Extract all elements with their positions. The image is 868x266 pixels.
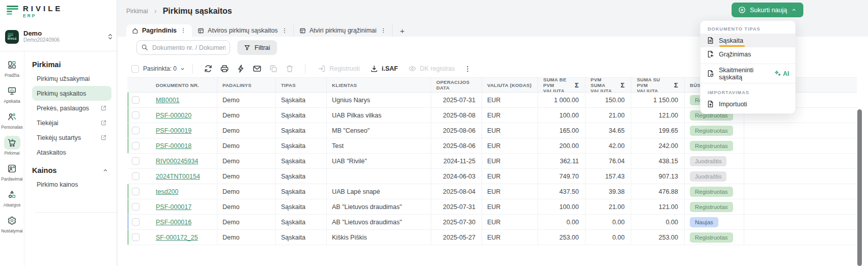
cell-client: AB "Lietuvos draudimas" xyxy=(326,215,431,229)
rail-item-nustatymai[interactable]: Nustatymai xyxy=(1,214,23,233)
column-header-padalinys[interactable]: PADALINYS xyxy=(217,78,275,92)
row-checkbox[interactable] xyxy=(132,188,139,195)
document-link[interactable]: tesd200 xyxy=(156,188,178,195)
column-header-suma-su-pvm-valiuta[interactable]: SUMA SU PVM VALIUTAΣ xyxy=(631,78,684,92)
document-link[interactable]: 2024TNT00154 xyxy=(156,173,200,180)
table-row[interactable]: RIV000245934DemoSąskaitaUAB "Rivilė"2024… xyxy=(127,154,857,169)
cell-gross: 476.88 xyxy=(631,184,684,199)
row-checkbox[interactable] xyxy=(132,203,139,211)
sidebar-item-ataskaitos[interactable]: Ataskaitos xyxy=(32,145,111,160)
column-header-pvm-suma-valiuta[interactable]: PVM SUMA VALIUTAΣ xyxy=(585,78,631,92)
row-checkbox[interactable] xyxy=(132,218,139,226)
dk-register-button[interactable]: DK registras xyxy=(408,65,455,73)
delete-button[interactable] xyxy=(285,64,294,73)
column-header-dokumento-nr[interactable]: DOKUMENTO NR. xyxy=(151,78,217,92)
register-button[interactable]: Registruoti xyxy=(318,65,360,73)
create-menu-item-grąžinimas[interactable]: Grąžinimas xyxy=(701,47,795,61)
table-row[interactable]: PSF-000017DemoSąskaitaAB "Lietuvos draud… xyxy=(127,199,857,215)
document-link[interactable]: PSF-000020 xyxy=(156,112,191,119)
sidebar-item-label: Tiekėjai xyxy=(37,120,59,127)
tab-menu-icon xyxy=(380,27,386,34)
header-checkbox-cell xyxy=(127,78,151,92)
row-checkbox[interactable] xyxy=(132,96,139,104)
refresh-button[interactable] xyxy=(204,64,213,73)
sum-icon[interactable]: Σ xyxy=(674,81,678,89)
rail-item-atsargos[interactable]: Atsargos xyxy=(4,188,21,208)
sum-icon[interactable]: Σ xyxy=(621,81,625,89)
chevron-up-icon xyxy=(791,7,797,13)
sidebar-item-pirkimo-kainos[interactable]: Pirkimo kainos xyxy=(32,177,111,192)
email-button[interactable] xyxy=(253,64,262,73)
create-menu-item-importuoti[interactable]: Importuoti xyxy=(701,97,795,111)
row-checkbox[interactable] xyxy=(132,172,139,180)
document-link[interactable]: PSF-000016 xyxy=(156,219,191,226)
chevron-up-icon xyxy=(102,167,108,173)
row-checkbox[interactable] xyxy=(132,111,139,119)
create-menu-item-skaitmeninti-sąskaitą[interactable]: Skaitmeninti sąskaitąAI xyxy=(701,67,795,80)
status-badge: Registruotas xyxy=(690,126,733,136)
select-all-checkbox[interactable] xyxy=(131,65,139,73)
table-row[interactable]: PSF-000016DemoSąskaitaAB "Lietuvos draud… xyxy=(127,215,857,230)
tab-atviri-pirkimų-grąžinimai[interactable]: Atviri pirkimų grąžinimai xyxy=(293,24,392,37)
copy-button[interactable] xyxy=(269,64,278,73)
print-button[interactable] xyxy=(220,64,229,73)
sidebar-item-tiekėjų-sutartys[interactable]: Tiekėjų sutartys xyxy=(32,130,111,145)
selected-count-dropdown[interactable]: Pasirinkta: 0 xyxy=(143,65,185,72)
row-checkbox-cell xyxy=(127,138,151,153)
document-link[interactable]: MB0001 xyxy=(156,97,180,104)
cell-client: AB "Lietuvos draudimas" xyxy=(326,199,431,214)
table-row[interactable]: SF-000172_25DemoSąskaitaKiškis Piškis202… xyxy=(127,230,857,245)
breadcrumb-parent[interactable]: Pirkimai xyxy=(126,8,148,15)
table-toolbar: Pasirinkta: 0 Registruoti i.SAF DK regis… xyxy=(131,62,475,76)
chevron-right-icon xyxy=(153,9,158,14)
workspace-avatar: RIVILE xyxy=(5,30,19,44)
row-checkbox[interactable] xyxy=(132,127,139,134)
rail-item-personalas[interactable]: Personalas xyxy=(1,110,23,130)
table-row[interactable]: PSF-000019DemoSąskaitaMB "Censeo"2025-08… xyxy=(127,123,857,138)
document-link[interactable]: PSF-000019 xyxy=(156,127,191,134)
add-tab-button[interactable]: + xyxy=(392,24,412,37)
row-status-accent xyxy=(127,184,129,199)
vertical-scrollbar[interactable] xyxy=(857,109,862,266)
table-row[interactable]: tesd200DemoSąskaitaUAB Lapė snapė2025-08… xyxy=(127,184,857,199)
create-menu-item-sąskaita[interactable]: Sąskaita xyxy=(701,34,795,47)
cell-vat: 76.04 xyxy=(585,154,631,168)
workspace-selector[interactable]: RIVILE Demo Demo20240906 xyxy=(5,28,113,45)
more-actions-button[interactable] xyxy=(464,65,471,73)
menu-section-title-kainos[interactable]: Kainos xyxy=(32,163,111,177)
document-link[interactable]: PSF-000018 xyxy=(156,142,191,150)
table-row[interactable]: 2024TNT00154DemoSąskaita2024-06-03EUR749… xyxy=(127,169,857,184)
document-link[interactable]: RIV000245934 xyxy=(156,158,198,165)
rail-item-pirkimai[interactable]: Pirkimai xyxy=(4,136,20,156)
sidebar-item-prekės-paslaugos[interactable]: Prekės, paslaugos xyxy=(32,101,111,115)
tab-atviros-pirkimų-sąskaitos[interactable]: Atviros pirkimų sąskaitos xyxy=(192,24,293,37)
tab-pagrindinis[interactable]: Pagrindinis xyxy=(126,24,192,37)
document-link[interactable]: PSF-000017 xyxy=(156,203,191,211)
cell-vat: 21.00 xyxy=(585,108,631,123)
isaf-export-button[interactable]: i.SAF xyxy=(370,65,398,73)
rail-item-pradžia[interactable]: Pradžia xyxy=(4,58,20,78)
row-status-accent xyxy=(127,230,129,245)
create-new-button[interactable]: Sukurti naują xyxy=(732,3,803,17)
document-link[interactable]: SF-000172_25 xyxy=(156,234,198,241)
filters-label: Filtrai xyxy=(255,44,270,51)
rail-item-pardavimai[interactable]: Pardavimai xyxy=(1,162,23,182)
row-checkbox[interactable] xyxy=(132,157,139,165)
sidebar-item-tiekėjai[interactable]: Tiekėjai xyxy=(32,115,111,130)
row-checkbox[interactable] xyxy=(132,233,139,241)
column-header-valiuta-kodas[interactable]: VALIUTA (KODAS) xyxy=(482,78,538,92)
column-header-tipas[interactable]: TIPAS xyxy=(275,78,326,92)
toolbar-divider xyxy=(192,64,193,74)
filters-button[interactable]: Filtrai xyxy=(237,40,277,55)
sum-icon[interactable]: Σ xyxy=(575,81,579,89)
column-header-suma-be-pvm-valiuta[interactable]: SUMA BE PVM VALIUTAΣ xyxy=(538,78,585,92)
quick-actions-button[interactable] xyxy=(236,64,245,73)
column-header-klientas[interactable]: KLIENTAS xyxy=(326,78,431,92)
rail-item-apskaita[interactable]: Apskaita xyxy=(4,84,20,104)
column-header-operacijos-data[interactable]: OPERACIJOS DATA xyxy=(431,78,482,92)
sidebar-item-pirkimų-sąskaitos[interactable]: Pirkimų sąskaitos xyxy=(32,86,111,101)
search-input[interactable] xyxy=(136,40,230,55)
table-row[interactable]: PSF-000018DemoSąskaitaTest2025-08-06EUR2… xyxy=(127,138,857,154)
row-checkbox[interactable] xyxy=(132,142,139,150)
sidebar-item-pirkimų-užsakymai[interactable]: Pirkimų užsakymai xyxy=(32,71,111,86)
